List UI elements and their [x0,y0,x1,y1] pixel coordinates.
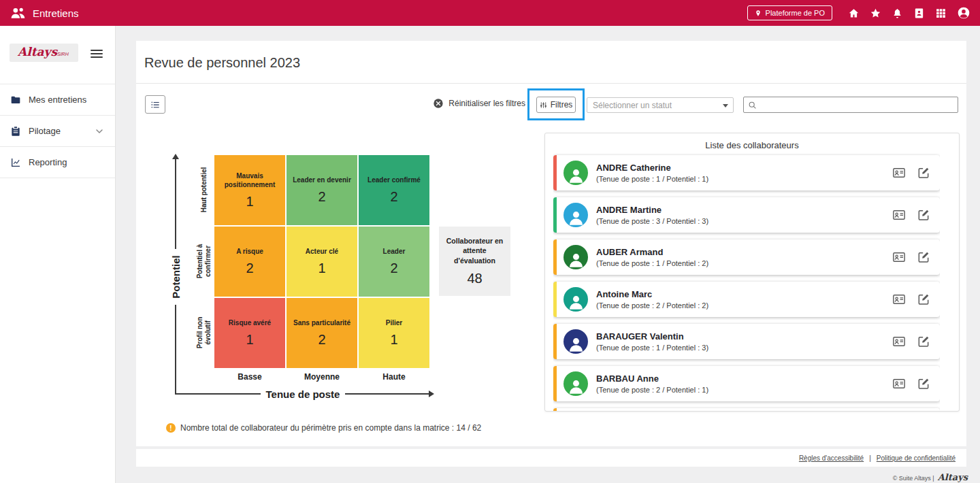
chevron-down-icon [94,126,105,137]
collaborator-info: ANDRE Catherine (Tenue de poste : 1 / Po… [596,163,708,183]
divider [136,83,966,84]
status-select[interactable]: Sélectionner un statut [587,97,734,113]
collaborator-name: BARAUGER Valentin [596,331,708,342]
app-title: Entretiens [33,7,79,19]
list-view-button[interactable] [145,95,165,114]
altays-logo: AltaysSIRH [10,44,78,62]
folder-icon [10,95,21,105]
collaborator-details: (Tenue de poste : 1 / Potentiel : 1) [596,175,708,183]
collaborator-details: (Tenue de poste : 2 / Potentiel : 1) [596,386,708,394]
collaborator-card[interactable]: AUBER Armand (Tenue de poste : 1 / Poten… [553,239,940,275]
edit-icon[interactable] [917,335,930,348]
sidebar-item-pilotage[interactable]: Pilotage [0,116,115,147]
accessibility-link[interactable]: Règles d'accessibilité [799,454,864,462]
search-icon [748,101,757,110]
sliders-icon [540,101,547,109]
pin-icon [755,9,762,18]
edit-icon[interactable] [917,377,930,390]
edit-icon[interactable] [917,293,930,306]
footer-separator: | [869,454,871,462]
page-title: Revue de personnel 2023 [144,55,300,71]
collaborator-card[interactable]: ANDRE Martine (Tenue de poste : 3 / Pote… [553,197,940,233]
pending-evaluation-box: Collaborateur en attente d'évaluation 48 [439,227,510,296]
matrix-cell-leader[interactable]: Leader2 [359,227,429,297]
collaborator-card-partial[interactable] [553,408,940,411]
avatar-icon [564,371,588,396]
privacy-link[interactable]: Politique de confidentialité [877,454,956,462]
entretiens-app-icon [10,5,27,22]
matrix-cell-mauvais-positionnement[interactable]: Mauvais positionnement1 [214,155,285,225]
matrix-cell-leader-confirme[interactable]: Leader confirmé2 [359,155,429,225]
id-card-icon[interactable] [892,377,906,390]
id-card-icon[interactable] [892,293,906,306]
collaborator-details: (Tenue de poste : 1 / Potentiel : 2) [596,259,708,267]
account-icon[interactable] [957,6,970,20]
clipboard-icon [10,126,21,137]
reset-filters-button[interactable]: Réinitialiser les filtres [433,98,525,109]
x-axis-arrow [429,390,434,397]
collaborator-name: ANDRE Catherine [596,163,708,173]
sidebar-item-mes-entretiens[interactable]: Mes entretiens [0,84,115,116]
id-card-icon[interactable] [892,335,906,348]
collaborator-name: BARBAU Anne [596,373,708,384]
avatar-icon [564,161,588,185]
id-card-icon[interactable] [892,250,906,264]
id-card-icon[interactable] [892,208,906,222]
matrix-col-label: Moyenne [287,372,357,382]
collaborator-details: (Tenue de poste : 1 / Potentiel : 3) [596,344,708,352]
collaborator-details: (Tenue de poste : 3 / Potentiel : 3) [596,217,708,225]
collaborator-card[interactable]: ANDRE Catherine (Tenue de poste : 1 / Po… [553,155,940,190]
x-axis-label: Tenue de poste [261,387,345,401]
collaborator-info: BARBAU Anne (Tenue de poste : 2 / Potent… [596,373,708,394]
collaborator-card[interactable]: BARAUGER Valentin (Tenue de poste : 1 / … [553,324,940,359]
matrix-cell-sans-particularite[interactable]: Sans particularité2 [287,298,357,368]
matrix-cell-a-risque[interactable]: A risque2 [214,227,285,297]
collaborator-card[interactable]: Antoine Marc (Tenue de poste : 2 / Poten… [553,282,940,317]
main-content: Revue de personnel 2023 Réinitialiser le… [136,41,966,446]
matrix-cell-pilier[interactable]: Pilier1 [359,298,429,368]
matrix-col-label: Haute [359,372,429,382]
collaborator-info: ANDRE Martine (Tenue de poste : 3 / Pote… [596,205,708,225]
contacts-icon[interactable] [913,7,925,19]
menu-toggle-icon[interactable] [91,48,104,60]
platform-po-button[interactable]: Plateforme de PO [747,5,832,20]
list-icon [150,99,161,110]
topbar: Entretiens Plateforme de PO [0,0,980,26]
matrix-row-label: Haut potentiel [195,163,213,217]
home-icon[interactable] [848,7,860,19]
bell-icon[interactable] [892,7,903,19]
edit-icon[interactable] [917,250,930,264]
sidebar-item-reporting[interactable]: Reporting [0,147,115,178]
search-input[interactable] [761,97,953,112]
id-card-icon[interactable] [892,166,906,180]
avatar-icon [564,245,588,269]
collaborators-list: ANDRE Catherine (Tenue de poste : 1 / Po… [553,148,940,411]
collaborator-info: AUBER Armand (Tenue de poste : 1 / Poten… [596,247,708,267]
collaborator-name: ANDRE Martine [596,205,708,215]
avatar-icon [564,203,588,227]
warning-icon: ! [166,423,176,433]
apps-grid-icon[interactable] [935,7,947,19]
search-box[interactable] [743,97,958,113]
collaborator-card[interactable]: BARBAU Anne (Tenue de poste : 2 / Potent… [553,366,940,401]
matrix-note: ! Nombre total de collaborateur du périm… [166,423,481,433]
matrix-col-label: Basse [214,372,285,382]
collaborators-panel: Liste des collaborateurs ANDRE Catherine… [544,133,960,412]
collaborator-name: AUBER Armand [596,247,708,257]
edit-icon[interactable] [917,208,930,222]
avatar-icon [564,329,588,354]
avatar-icon [564,287,588,312]
collaborator-info: Antoine Marc (Tenue de poste : 2 / Poten… [596,289,708,310]
matrix-row-label: Potentiel à confirmer [195,234,213,288]
matrix-cell-acteur-cle[interactable]: Acteur clé1 [287,227,357,297]
star-icon[interactable] [870,7,881,19]
footer-links: Règles d'accessibilité | Politique de co… [136,449,966,467]
matrix-row-label: Profil non évolutif [195,305,213,360]
filters-button[interactable]: Filtres [536,97,576,113]
matrix-cell-risque-avere[interactable]: Risque avéré1 [214,298,285,368]
altays-footer-logo: Altays [938,472,968,482]
edit-icon[interactable] [917,166,930,180]
chart-icon [10,157,21,168]
matrix-cell-leader-en-devenir[interactable]: Leader en devenir2 [287,155,357,225]
copyright: © Suite Altays | Altays [893,472,968,482]
